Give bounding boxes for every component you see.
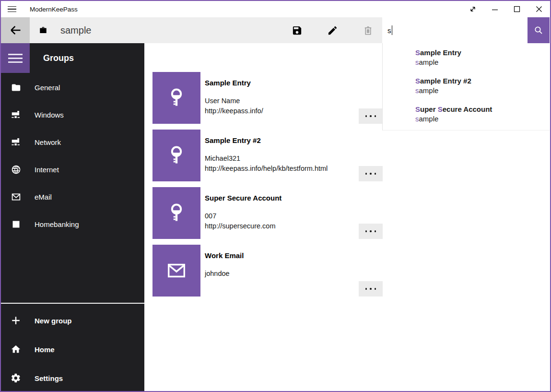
entry-row: Sample Entry #2 Michael321 http://keepas…: [152, 130, 383, 181]
command-actions: [286, 17, 378, 43]
sidebar-item-home[interactable]: Home: [1, 339, 144, 360]
entry-title: Work Email: [205, 251, 244, 260]
key-icon: [166, 87, 187, 108]
maximize-button[interactable]: [506, 1, 528, 17]
sidebar-item-label: eMail: [35, 193, 52, 201]
maximize-icon: [511, 3, 523, 15]
database-briefcase-icon: [39, 26, 47, 35]
close-button[interactable]: [528, 1, 550, 17]
search-query-text: s: [387, 26, 391, 35]
entry-more-button[interactable]: [359, 281, 383, 297]
edit-pencil-icon: [327, 25, 338, 36]
entry-title: Sample Entry: [205, 79, 263, 87]
entry-username: johndoe: [205, 269, 244, 279]
sidebar-item-general[interactable]: General: [1, 77, 144, 98]
search-submit-button[interactable]: [528, 17, 550, 43]
mail-icon: [11, 191, 21, 202]
sidebar-item-internet[interactable]: Internet: [1, 159, 144, 180]
window-controls: [462, 1, 550, 17]
entry-row: Work Email johndoe: [152, 245, 383, 297]
resize-window-button[interactable]: [462, 1, 484, 17]
key-icon: [166, 145, 187, 166]
sidebar-item-label: Settings: [35, 374, 63, 382]
entry-tile[interactable]: [152, 245, 200, 297]
search-suggestion[interactable]: Super Secure Account sample: [415, 105, 550, 124]
back-arrow-icon: [9, 24, 22, 37]
sidebar-item-new-group[interactable]: New group: [1, 310, 144, 331]
entry-row: Super Secure Account 007 http://supersec…: [152, 187, 383, 239]
sidebar-item-email[interactable]: eMail: [1, 186, 144, 207]
text-caret: [392, 25, 393, 35]
search-box: s: [382, 17, 550, 43]
title-bar: ModernKeePass: [1, 1, 550, 17]
sidebar-item-network[interactable]: Network: [1, 131, 144, 153]
search-suggestion[interactable]: Sample Entry sample: [415, 48, 550, 67]
search-suggestions-flyout: Sample Entry sample Sample Entry #2 samp…: [382, 43, 550, 131]
gear-icon: [11, 373, 21, 383]
sidebar-item-label: General: [35, 83, 60, 92]
home-icon: [11, 344, 21, 355]
entry-title: Sample Entry #2: [205, 136, 328, 144]
delete-trash-icon: [363, 25, 374, 36]
sidebar: Groups General Windows: [1, 43, 144, 391]
entry-tile[interactable]: [152, 130, 200, 181]
sidebar-item-label: Network: [35, 138, 61, 146]
entry-row: Sample Entry User Name http://keepass.in…: [152, 72, 383, 124]
sidebar-separator: [1, 303, 144, 304]
save-button[interactable]: [286, 17, 307, 43]
delete-button[interactable]: [357, 17, 378, 43]
sidebar-item-label: Windows: [35, 111, 64, 119]
sidebar-item-label: New group: [35, 317, 72, 325]
suggestion-title: Sample Entry: [415, 48, 550, 58]
entry-username: 007: [205, 211, 281, 221]
sidebar-item-settings[interactable]: Settings: [1, 368, 144, 389]
minimize-icon: [489, 3, 501, 15]
entry-more-button[interactable]: [359, 224, 383, 239]
resize-diagonal-icon: [467, 3, 479, 15]
sidebar-item-windows[interactable]: Windows: [1, 104, 144, 125]
entry-url: http://supersecure.com: [205, 221, 281, 231]
database-title: sample: [60, 25, 91, 36]
suggestion-title: Super Secure Account: [415, 105, 550, 114]
sidebar-item-label: Homebanking: [35, 220, 79, 228]
suggestion-title: Sample Entry #2: [415, 76, 550, 86]
app-title: ModernKeePass: [30, 6, 78, 13]
close-icon: [533, 3, 545, 15]
square-icon: [11, 219, 21, 229]
entry-url: http://keepass.info/help/kb/testform.htm…: [205, 164, 328, 174]
command-bar: sample: [30, 17, 382, 43]
entry-username: Michael321: [205, 154, 328, 164]
suggestion-subtitle: sample: [415, 114, 550, 124]
search-icon: [533, 24, 544, 36]
sidebar-hamburger-button[interactable]: [1, 43, 30, 73]
search-suggestion[interactable]: Sample Entry #2 sample: [415, 76, 550, 95]
sidebar-item-label: Internet: [35, 166, 59, 174]
key-icon: [166, 202, 187, 224]
entry-url: http://keepass.info/: [205, 106, 263, 116]
entry-title: Super Secure Account: [205, 194, 281, 202]
edit-button[interactable]: [322, 17, 343, 43]
entry-tile[interactable]: [152, 72, 200, 124]
mail-icon: [165, 260, 188, 282]
sidebar-item-label: Home: [35, 345, 55, 354]
folder-icon: [11, 82, 21, 93]
entry-more-button[interactable]: [359, 166, 383, 181]
globe-icon: [11, 164, 21, 175]
minimize-button[interactable]: [484, 1, 506, 17]
titlebar-hamburger-icon[interactable]: [1, 1, 23, 17]
back-button[interactable]: [1, 17, 30, 43]
sidebar-item-homebanking[interactable]: Homebanking: [1, 214, 144, 235]
suggestion-subtitle: sample: [415, 86, 550, 95]
entry-tile[interactable]: [152, 187, 200, 239]
entry-username: User Name: [205, 96, 263, 106]
entry-more-button[interactable]: [359, 108, 383, 124]
search-input[interactable]: s: [382, 17, 528, 43]
network-icon: [11, 137, 21, 147]
network-icon: [11, 109, 21, 120]
plus-icon: [11, 315, 21, 326]
suggestion-subtitle: sample: [415, 58, 550, 67]
groups-heading: Groups: [43, 51, 74, 65]
save-icon: [292, 25, 303, 36]
app-window: ModernKeePass: [0, 0, 551, 392]
